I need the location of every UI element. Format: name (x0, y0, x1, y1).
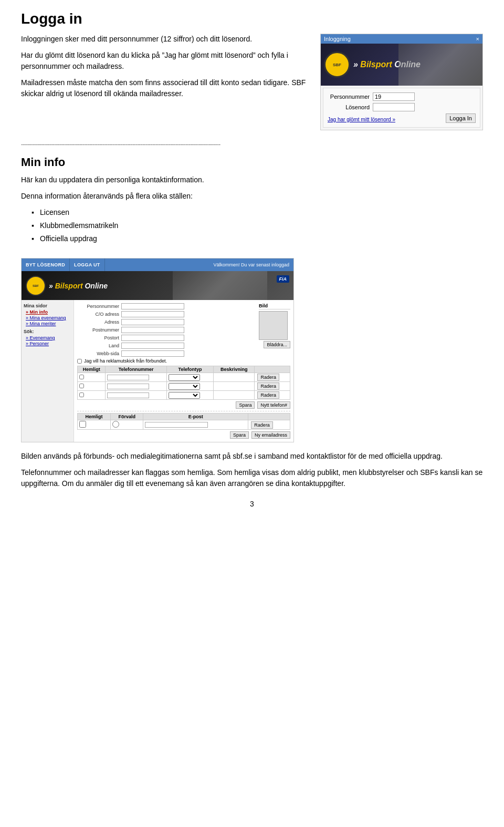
newsletter-checkbox[interactable] (77, 359, 82, 364)
logga-ut-btn[interactable]: LOGGA UT (70, 259, 105, 271)
tel-row3-typ[interactable] (169, 392, 200, 399)
tel-row3-nummer[interactable] (107, 392, 149, 398)
email-row1-forvald[interactable] (112, 421, 119, 428)
tel-row1-typ[interactable] (169, 374, 200, 381)
sidebar-mina-meriter-link[interactable]: » Mina meriter (24, 321, 71, 326)
newsletter-row: Jag vill ha reklamutskick från förbundet… (77, 358, 290, 364)
losenord-input[interactable] (373, 103, 415, 111)
login-button[interactable]: Logga In (446, 113, 476, 123)
tel-row2-nummer[interactable] (107, 384, 149, 389)
tel-th-telefontyp: Telefontyp (166, 366, 214, 373)
tel-row1-hemligt[interactable] (79, 375, 84, 379)
sidebar-min-info-link[interactable]: » Min info (24, 309, 71, 315)
field-land-input[interactable] (121, 343, 184, 349)
tel-row2-radera[interactable]: Radera (257, 383, 279, 390)
tel-btn-row: Spara Nytt telefon# (77, 401, 290, 409)
field-co-adress: C/O adress (77, 311, 256, 317)
bilsport-logo: SBF (324, 51, 350, 78)
photo-box (259, 311, 288, 340)
email-section: Hemligt Förvald E-post Radera (77, 411, 290, 439)
personnummer-input[interactable] (373, 92, 415, 101)
field-personnummer: Personnummer (77, 303, 256, 309)
personnummer-row: Personnummer (328, 92, 476, 101)
sidebar-mina-evenemang-link[interactable]: » Mina evenemang (24, 315, 71, 321)
tel-row2-beskrivning (214, 382, 255, 391)
screenshot-sidebar: Mina sidor » Min info » Mina evenemang »… (22, 300, 74, 442)
field-personnummer-label: Personnummer (77, 304, 119, 309)
field-land: Land (77, 343, 256, 349)
field-webb-label: Webb-sida (77, 351, 119, 356)
personnummer-label: Personnummer (328, 94, 370, 100)
photo-area: Bild Bläddra... (259, 303, 290, 348)
email-row1-adress[interactable] (145, 422, 208, 428)
email-th-epost: E-post (143, 414, 248, 420)
login-top-section: Inloggningen sker med ditt personnummer … (21, 34, 483, 130)
field-adress: Adress (77, 319, 256, 325)
login-para1: Inloggningen sker med ditt personnummer … (21, 34, 310, 45)
tel-row1-radera[interactable]: Radera (257, 374, 279, 381)
screenshot-main-area: Mina sidor » Min info » Mina evenemang »… (22, 300, 293, 442)
tel-row3-hemligt[interactable] (79, 392, 84, 397)
forgot-password-link[interactable]: Jag har glömt mitt lösenord » (328, 117, 395, 122)
field-webb-input[interactable] (121, 350, 184, 357)
email-th-action (248, 414, 290, 420)
login-text-block: Inloggningen sker med ditt personnummer … (21, 34, 310, 130)
bild-header: Bild (259, 303, 290, 309)
min-info-para3: Bilden används på förbunds- och medialeg… (21, 451, 483, 462)
tel-table: Hemligt Telefonnummer Telefontyp Beskriv… (77, 366, 290, 400)
tel-row2-typ[interactable] (169, 383, 200, 390)
email-ny-btn[interactable]: Ny emailadress (251, 431, 290, 439)
sidebar-personer-link[interactable]: » Personer (24, 341, 71, 346)
s-brand-prefix: » (49, 282, 55, 290)
email-th-forvald: Förvald (111, 414, 143, 420)
welcome-text: Välkommen! Du var senast inloggad (213, 262, 293, 267)
screenshot-content-area: Bild Bläddra... Personnummer C/O adress … (74, 300, 293, 442)
field-webb: Webb-sida (77, 350, 290, 357)
field-adress-label: Adress (77, 319, 119, 325)
email-spara-btn[interactable]: Spara (230, 431, 249, 439)
field-postnummer-label: Postnummer (77, 327, 119, 333)
tel-nytt-btn[interactable]: Nytt telefon# (257, 401, 290, 409)
bladra-button[interactable]: Bläddra... (264, 341, 290, 348)
brand-name: Bilsport (360, 60, 394, 69)
fia-badge: FiA (277, 275, 290, 283)
tel-th-beskrivning: Beskrivning (214, 366, 255, 373)
tel-row2-hemligt[interactable] (79, 384, 84, 388)
field-postort-input[interactable] (121, 335, 184, 341)
email-row1-hemligt[interactable] (79, 421, 86, 428)
losenord-row: Lösenord (328, 103, 476, 111)
field-co-input[interactable] (121, 311, 184, 317)
field-adress-input[interactable] (121, 319, 184, 325)
brand-prefix: » (353, 60, 360, 69)
screenshot-brand: » Bilsport Online (49, 282, 108, 290)
tel-row1-nummer[interactable] (107, 375, 149, 380)
field-personnummer-input[interactable] (121, 303, 184, 309)
login-para2: Har du glömt ditt lösenord kan du klicka… (21, 50, 310, 72)
login-screenshot-title: Inloggning (324, 36, 351, 42)
email-table: Hemligt Förvald E-post Radera (77, 413, 290, 430)
page-number: 3 (21, 500, 483, 508)
page-heading: Logga in (21, 11, 483, 27)
tel-row3-beskrivning (214, 391, 255, 400)
bilsport-banner: SBF » Bilsport Online (321, 44, 482, 86)
email-row1-radera[interactable]: Radera (251, 421, 273, 429)
login-screenshot-block: Inloggning × SBF » Bilsport Online Perso… (320, 34, 483, 130)
min-info-para4: Telefonnummer och mailadresser kan flagg… (21, 467, 483, 489)
sidebar-evenemang-link[interactable]: » Evenemang (24, 335, 71, 340)
screenshot-car-image (173, 271, 267, 300)
tel-row1-beskrivning (214, 373, 255, 382)
tel-row3-radera[interactable]: Radera (257, 391, 279, 399)
list-item-officiella: Officiella uppdrag (32, 233, 483, 244)
min-info-screenshot: BYT LÖSENORD LOGGA UT Välkommen! Du var … (21, 258, 294, 442)
login-form: Personnummer Lösenord Jag har glömt mitt… (323, 88, 480, 128)
table-row: Radera (78, 373, 290, 382)
min-info-heading: Min info (21, 156, 483, 169)
s-brand-bilsport: Bilsport (55, 282, 85, 290)
newsletter-label: Jag vill ha reklamutskick från förbundet… (84, 358, 167, 364)
tel-spara-btn[interactable]: Spara (236, 401, 255, 409)
field-postnummer-input[interactable] (121, 327, 184, 333)
byt-losenord-btn[interactable]: BYT LÖSENORD (22, 259, 70, 271)
sidebar-mina-title: Mina sidor (24, 303, 71, 308)
email-btn-row: Spara Ny emailadress (77, 431, 290, 439)
field-postort-label: Postort (77, 335, 119, 340)
